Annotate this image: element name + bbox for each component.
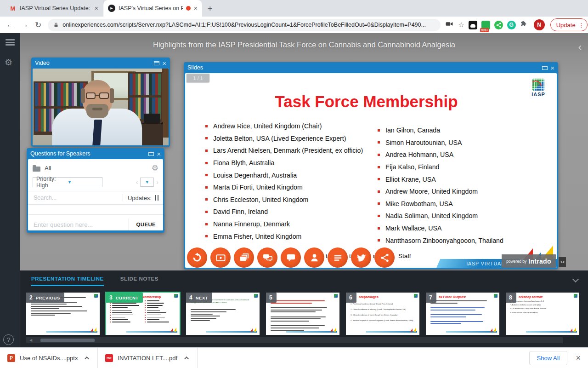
video-icon[interactable]: [210, 247, 231, 268]
slides-panel-titlebar[interactable]: Slides ×: [184, 62, 558, 73]
page-select[interactable]: ▼: [140, 178, 154, 187]
close-icon[interactable]: ×: [162, 60, 166, 67]
slides-stack-icon[interactable]: [234, 247, 254, 268]
stage: Highlights from the IASP Presidential Ta…: [20, 33, 588, 270]
close-icon[interactable]: ×: [157, 150, 161, 157]
extension-icon-share[interactable]: [494, 21, 503, 29]
screen: M IASP Virtual Series Update: IAS × ▶ IA…: [0, 0, 588, 368]
app-sidebar: ⚙ ?: [0, 33, 20, 347]
play-circle-icon: ▶: [108, 5, 115, 12]
back-icon[interactable]: ←: [6, 20, 14, 29]
menu-hamburger-icon[interactable]: [6, 39, 15, 46]
thumbnail-strip: 2PREVIOUSMembership3CURRENTTo prepare a …: [26, 292, 588, 335]
browser-tab-gmail[interactable]: M IASP Virtual Series Update: IAS ×: [5, 0, 103, 17]
slide-col-right: Ian Gilron, CanadaSimon Haroutounian, US…: [378, 124, 503, 247]
show-all-button[interactable]: Show All: [529, 351, 568, 365]
timeline-scrollbar[interactable]: ◀: [26, 337, 563, 343]
slide-thumbnail-8[interactable]: orkshop format:• Presentations from work…: [506, 293, 579, 335]
extension-icon-dark[interactable]: [469, 21, 477, 29]
list-icon[interactable]: [328, 247, 348, 268]
iasp-mini-logo-icon: [334, 294, 338, 298]
iasp-mini-logo-icon: [574, 294, 577, 298]
panel-title: Slides: [187, 64, 539, 71]
download-item-pdf[interactable]: PDF INVITATION LET....pdf: [98, 348, 197, 368]
maximize-icon[interactable]: [154, 61, 159, 65]
extensions-puzzle-icon[interactable]: [520, 20, 528, 30]
chevron-up-icon[interactable]: [85, 356, 90, 361]
url-bar[interactable]: onlinexperiences.com/scripts/Server.nxp?…: [48, 19, 441, 31]
video-panel-titlebar[interactable]: Video ×: [31, 58, 170, 69]
bullet-square-icon: [378, 154, 380, 156]
tab-slide-notes[interactable]: SLIDE NOTES: [120, 276, 158, 286]
attendee-icon[interactable]: [304, 247, 324, 268]
timeline-collapse-chevron-icon[interactable]: [572, 276, 579, 282]
slide-thumbnail-7[interactable]: sk Force Outputs:7: [426, 293, 499, 335]
maximize-icon[interactable]: [148, 152, 154, 156]
slide-toolbar: [187, 247, 395, 268]
scroll-left-icon[interactable]: ◀: [29, 338, 32, 342]
reload-icon[interactable]: ↻: [35, 20, 41, 30]
grammarly-icon[interactable]: G: [507, 21, 516, 29]
slide-thumbnail-4[interactable]: To prepare a draft position statement on…: [186, 293, 260, 335]
priority-dropdown[interactable]: Priority: High ▼: [33, 177, 102, 187]
queue-button[interactable]: QUEUE: [134, 221, 158, 228]
page-prev-icon[interactable]: ‹: [136, 178, 138, 186]
download-item-pptx[interactable]: P Use of NSAIDs....pptx: [0, 348, 97, 368]
close-icon[interactable]: ×: [550, 64, 554, 71]
pdf-file-icon: PDF: [105, 354, 113, 362]
slide-membership-list: Andrew Rice, United Kingdom (Chair)Jolet…: [205, 120, 503, 247]
resize-handle-icon[interactable]: ><: [559, 257, 566, 267]
slide-thumbnail-2[interactable]: 2PREVIOUS: [26, 293, 100, 335]
iasp-mini-logo-icon: [494, 294, 498, 298]
maximize-icon[interactable]: [542, 66, 548, 70]
slide-thumbnail-3[interactable]: Membership3CURRENT: [106, 293, 180, 335]
slide-bullet-item: Mike Rowbotham, USA: [378, 198, 503, 210]
slide-bullet-item: Marta Di Forti, United Kingdom: [205, 181, 378, 194]
recording-indicator-icon: [186, 6, 191, 11]
update-label: Update: [556, 22, 576, 29]
twitter-icon[interactable]: [351, 247, 371, 268]
slide-bullet-item: Louisa Degenhardt, Australia: [205, 169, 378, 181]
question-input[interactable]: [33, 221, 124, 229]
tab-presentation-timeline[interactable]: PRESENTATION TIMELINE: [31, 276, 104, 286]
forward-icon[interactable]: →: [21, 20, 28, 29]
profile-avatar[interactable]: N: [534, 19, 545, 30]
settings-gear-icon[interactable]: ⚙: [5, 57, 12, 68]
slide-page-indicator: 1 / 1: [187, 74, 209, 82]
bullet-square-icon: [378, 215, 380, 217]
browser-tab-active[interactable]: ▶ IASP's Virtual Series on Pai ×: [103, 0, 202, 17]
questions-panel-titlebar[interactable]: Questions for Speakers ×: [27, 148, 164, 159]
pause-updates-icon[interactable]: [155, 195, 158, 201]
slide-bullet-item: Joletta Belton, USA (Lived Experience Ex…: [205, 132, 378, 145]
scrollbar-thumb[interactable]: [40, 339, 95, 342]
updates-label: Updates:: [128, 195, 152, 201]
slide-thumbnail-5[interactable]: 5: [266, 293, 339, 335]
tab-close-icon[interactable]: ×: [194, 5, 198, 12]
slide-bullet-item: Nantthasorn Zinboonyahgooon, Thailand: [378, 234, 503, 247]
question-bubbles-icon[interactable]: [257, 247, 277, 268]
refresh-icon[interactable]: [187, 247, 207, 268]
extension-icon-green-badge[interactable]: 999+: [481, 21, 490, 29]
search-input[interactable]: [33, 194, 118, 201]
chrome-update-button[interactable]: Update ⋮: [550, 18, 588, 31]
filter-all-label[interactable]: All: [45, 165, 147, 172]
share-icon[interactable]: [374, 247, 395, 268]
bookmark-star-icon[interactable]: ☆: [458, 21, 464, 29]
chevron-up-icon[interactable]: [184, 356, 189, 361]
chat-bubble-icon[interactable]: [281, 247, 301, 268]
close-downloads-icon[interactable]: ×: [576, 353, 581, 363]
tab-close-icon[interactable]: ×: [95, 5, 98, 12]
thumbnail-mini-title: orkshop format:: [519, 295, 543, 299]
thumbnail-badge: 7: [426, 293, 436, 303]
thumbnail-badge: 8: [506, 293, 516, 303]
slide-thumbnail-6[interactable]: orkpackages1. Preclinical evidence (Lead…: [346, 293, 419, 335]
collapse-chevron-icon[interactable]: ‹: [578, 42, 582, 52]
question-settings-gear-icon[interactable]: ⚙: [152, 163, 158, 173]
help-icon[interactable]: ?: [3, 334, 14, 345]
kebab-menu-icon[interactable]: ⋮: [578, 22, 584, 29]
page-next-icon[interactable]: ›: [156, 178, 158, 186]
new-tab-button[interactable]: +: [208, 4, 213, 14]
camera-icon[interactable]: [445, 20, 454, 30]
thumbnail-badge: 3CURRENT: [106, 293, 143, 303]
bullet-square-icon: [205, 235, 208, 237]
